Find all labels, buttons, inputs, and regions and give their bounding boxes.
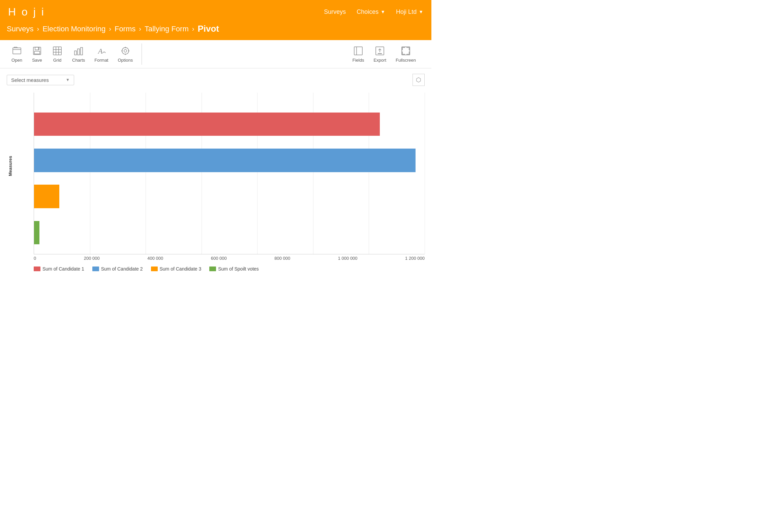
breadcrumb-tallying-form[interactable]: Tallying Form <box>145 25 189 33</box>
fullscreen-icon <box>400 45 411 56</box>
y-axis-label: Measures <box>8 156 13 176</box>
chart-area: Measures <box>7 93 425 281</box>
fields-icon <box>353 45 364 56</box>
open-icon <box>11 45 22 56</box>
legend-spoilt: Sum of Spoilt votes <box>209 266 259 272</box>
svg-rect-5 <box>53 47 61 55</box>
bar-row-2 <box>34 142 425 178</box>
legend-color-candidate3 <box>151 267 158 271</box>
nav-links: Surveys Choices ▼ Hoji Ltd ▼ <box>324 8 423 15</box>
legend-color-candidate2 <box>92 267 99 271</box>
charts-icon <box>73 45 84 56</box>
x-label-200k: 200 000 <box>84 256 100 261</box>
collapse-icon: ⬡ <box>416 76 421 84</box>
fields-button[interactable]: Fields <box>348 43 369 65</box>
svg-rect-0 <box>13 48 21 54</box>
grid-line-7 <box>425 93 425 254</box>
bar-row-3 <box>34 179 425 215</box>
format-icon: A <box>96 45 107 56</box>
breadcrumb-sep-1: › <box>37 25 39 33</box>
bar-row-4 <box>34 215 425 251</box>
breadcrumb-pivot: Pivot <box>197 24 219 34</box>
nav-choices[interactable]: Choices ▼ <box>357 8 385 15</box>
x-axis-labels: 0 200 000 400 000 600 000 800 000 1 000 … <box>24 254 425 261</box>
chart-inner <box>34 93 425 254</box>
legend-candidate1: Sum of Candidate 1 <box>34 266 84 272</box>
choices-chevron-icon: ▼ <box>380 9 385 14</box>
legend-candidate3: Sum of Candidate 3 <box>151 266 202 272</box>
legend-label-candidate3: Sum of Candidate 3 <box>160 266 202 272</box>
breadcrumb-election-monitoring[interactable]: Election Monitoring <box>42 25 105 33</box>
collapse-button[interactable]: ⬡ <box>413 74 425 86</box>
breadcrumb-sep-4: › <box>192 25 194 33</box>
breadcrumb-forms[interactable]: Forms <box>115 25 135 33</box>
save-icon <box>32 45 42 56</box>
measures-select[interactable]: Select measures ▼ <box>7 75 74 85</box>
bar-candidate3 <box>34 185 59 208</box>
options-icon <box>120 45 131 56</box>
main-content: Select measures ▼ ⬡ Measures <box>0 68 431 287</box>
chart-legend: Sum of Candidate 1 Sum of Candidate 2 Su… <box>24 266 425 272</box>
svg-text:A: A <box>97 47 103 55</box>
legend-label-candidate1: Sum of Candidate 1 <box>42 266 84 272</box>
svg-point-14 <box>122 48 129 54</box>
x-label-1200k: 1 200 000 <box>405 256 425 261</box>
breadcrumb-sep-2: › <box>109 25 111 33</box>
charts-button[interactable]: Charts <box>67 43 90 65</box>
x-label-400k: 400 000 <box>147 256 163 261</box>
svg-rect-10 <box>74 51 77 55</box>
breadcrumb: Surveys › Election Monitoring › Forms › … <box>0 24 431 40</box>
x-label-0: 0 <box>34 256 36 261</box>
fullscreen-button[interactable]: Fullscreen <box>391 43 421 65</box>
nav-surveys[interactable]: Surveys <box>324 8 346 15</box>
toolbar: Open Save Grid Charts A F <box>0 40 431 68</box>
grid-icon <box>52 45 63 56</box>
legend-color-spoilt <box>209 267 216 271</box>
svg-rect-12 <box>81 48 83 55</box>
export-icon <box>374 45 385 56</box>
bar-candidate2 <box>34 149 416 172</box>
svg-rect-20 <box>354 47 362 55</box>
x-label-1m: 1 000 000 <box>338 256 358 261</box>
x-label-800k: 800 000 <box>274 256 290 261</box>
bar-candidate1 <box>34 113 380 136</box>
toolbar-group-main: Open Save Grid Charts A F <box>7 43 142 65</box>
options-button[interactable]: Options <box>113 43 138 65</box>
x-label-600k: 600 000 <box>211 256 227 261</box>
org-chevron-icon: ▼ <box>419 9 423 14</box>
legend-candidate2: Sum of Candidate 2 <box>92 266 143 272</box>
breadcrumb-surveys[interactable]: Surveys <box>7 25 33 33</box>
legend-label-spoilt: Sum of Spoilt votes <box>218 266 259 272</box>
toolbar-group-right: Fields Export Fullscreen <box>348 43 425 65</box>
bar-spoilt <box>34 221 39 244</box>
bars-container <box>34 103 425 254</box>
svg-rect-25 <box>402 47 410 55</box>
app-logo: H o j i <box>8 6 45 18</box>
breadcrumb-sep-3: › <box>139 25 141 33</box>
svg-point-15 <box>124 50 127 52</box>
bar-row-1 <box>34 106 425 142</box>
nav-org[interactable]: Hoji Ltd ▼ <box>396 8 423 15</box>
open-button[interactable]: Open <box>7 43 27 65</box>
controls-row: Select measures ▼ ⬡ <box>7 74 425 86</box>
legend-color-candidate1 <box>34 267 40 271</box>
select-chevron-icon: ▼ <box>66 77 70 82</box>
legend-label-candidate2: Sum of Candidate 2 <box>101 266 143 272</box>
top-nav: H o j i Surveys Choices ▼ Hoji Ltd ▼ <box>0 0 431 24</box>
format-button[interactable]: A Format <box>90 43 113 65</box>
export-button[interactable]: Export <box>369 43 391 65</box>
svg-rect-11 <box>78 49 80 55</box>
save-button[interactable]: Save <box>27 43 47 65</box>
svg-rect-3 <box>34 51 40 54</box>
grid-button[interactable]: Grid <box>47 43 67 65</box>
